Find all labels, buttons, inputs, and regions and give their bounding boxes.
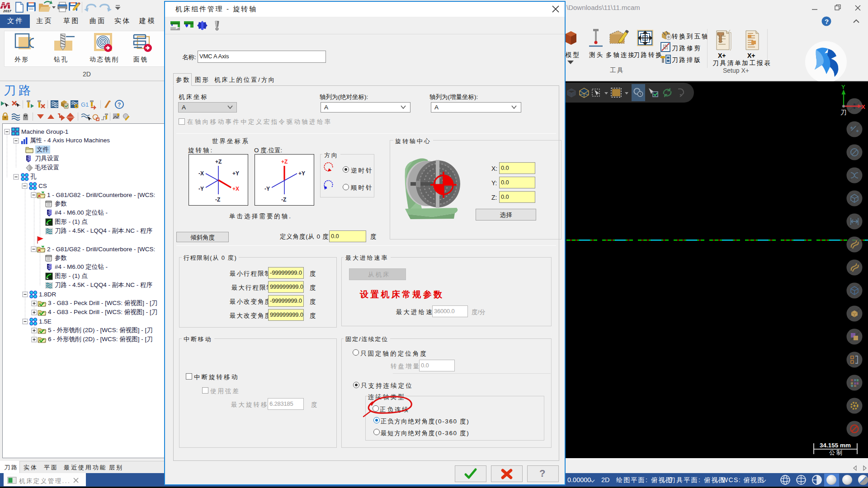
svg-text:X+: X+	[718, 52, 726, 59]
svg-text:G1: G1	[81, 101, 89, 108]
svg-text:转换到五轴: 转换到五轴	[672, 33, 709, 40]
svg-text:Y: Y	[841, 84, 845, 90]
svg-text:刀: 刀	[840, 109, 847, 116]
svg-text:测头: 测头	[589, 52, 604, 58]
svg-text:+Z: +Z	[215, 159, 222, 165]
svg-text:?: ?	[118, 102, 121, 108]
svg-text:-Z: -Z	[281, 197, 286, 203]
svg-text:刀路修剪: 刀路修剪	[672, 45, 702, 52]
svg-text:+Z: +Z	[281, 159, 288, 165]
svg-text:刀路转换: 刀路转换	[633, 52, 663, 58]
svg-text:2017: 2017	[3, 9, 11, 13]
svg-text:Setup X+: Setup X+	[723, 67, 749, 74]
svg-text:刀路排版: 刀路排版	[672, 56, 702, 63]
svg-text:-Z: -Z	[215, 197, 220, 203]
svg-text:X+: X+	[747, 52, 755, 59]
svg-text:工具: 工具	[610, 67, 624, 74]
svg-text:X: X	[861, 103, 865, 110]
svg-text:-X: -X	[198, 170, 204, 177]
svg-text:-Y: -Y	[198, 186, 204, 192]
svg-text:多轴连接: 多轴连接	[606, 52, 636, 58]
svg-text:-Y: -Y	[264, 186, 270, 192]
svg-text:+Y: +Y	[298, 170, 305, 177]
svg-text:模型: 模型	[565, 52, 580, 58]
svg-text:+X: +X	[232, 186, 239, 192]
svg-text:+Y: +Y	[232, 170, 239, 177]
svg-text:?: ?	[825, 18, 829, 25]
svg-text:刀具清单: 刀具清单	[712, 60, 742, 66]
